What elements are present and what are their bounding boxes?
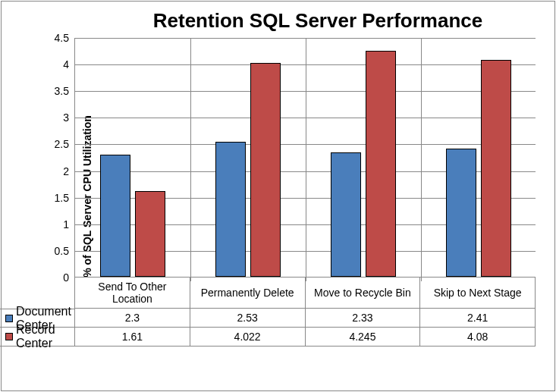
data-cell: 4.022 [190, 328, 305, 347]
chart-title: Retention SQL Server Performance [96, 9, 539, 33]
bar-document-center [331, 152, 361, 277]
bar-record-center [481, 60, 511, 278]
y-tick-label: 0.5 [55, 245, 69, 257]
legend-label: Record Center [16, 323, 74, 350]
category-header: Permanently Delete [190, 278, 305, 309]
y-tick-label: 2 [63, 165, 69, 177]
data-cell: 2.53 [190, 309, 305, 328]
category-separator [190, 38, 191, 281]
chart-container: Retention SQL Server Performance % of SQ… [1, 1, 555, 391]
bar-document-center [446, 149, 476, 277]
legend-series2: Record Center [0, 328, 74, 347]
series1-row: 2.3 2.53 2.33 2.41 [75, 309, 536, 328]
data-cell: 2.41 [420, 309, 536, 328]
y-tick-label: 4.5 [55, 32, 69, 44]
data-cell: 2.33 [305, 309, 420, 328]
series2-row: 1.61 4.022 4.245 4.08 [75, 328, 536, 347]
y-tick-label: 3.5 [55, 85, 69, 97]
legend-swatch-blue [5, 315, 13, 322]
category-header: Skip to Next Stage [420, 278, 536, 309]
bar-record-center [250, 63, 281, 277]
bar-record-center [135, 191, 165, 277]
plot-area: 00.511.522.533.544.5 [74, 38, 536, 278]
y-tick-label: 1 [63, 218, 69, 230]
data-cell: 2.3 [75, 309, 190, 328]
y-tick-label: 1.5 [55, 192, 69, 204]
category-separator [421, 38, 422, 281]
category-header-row: Send To Other Location Permanently Delet… [75, 278, 536, 309]
category-separator [306, 38, 306, 281]
y-tick-label: 3 [63, 111, 69, 124]
bar-document-center [100, 155, 130, 278]
category-header: Move to Recycle Bin [305, 278, 420, 309]
data-cell: 4.08 [420, 328, 536, 347]
y-tick-label: 4 [63, 58, 69, 71]
bar-document-center [215, 142, 246, 277]
bar-record-center [366, 51, 396, 277]
data-table: Send To Other Location Permanently Delet… [74, 278, 536, 347]
data-cell: 1.61 [75, 328, 190, 347]
legend-swatch-red [5, 333, 13, 340]
y-tick-label: 2.5 [55, 138, 69, 150]
y-tick-label: 0 [63, 271, 69, 284]
data-cell: 4.245 [305, 328, 420, 347]
category-header: Send To Other Location [75, 278, 190, 309]
